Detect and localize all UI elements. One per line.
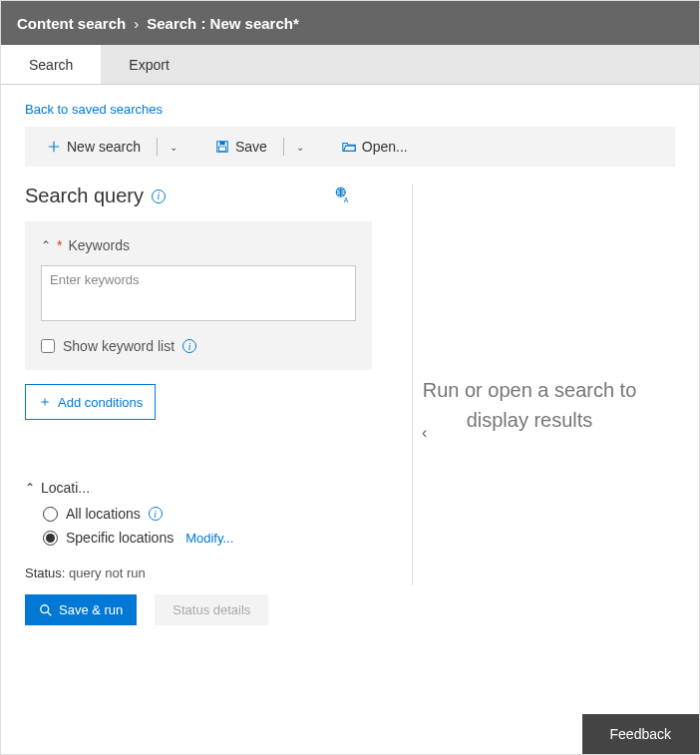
add-conditions-button[interactable]: ＋ Add conditions [25,384,156,420]
plus-icon [47,140,61,154]
tab-search[interactable]: Search [1,45,101,84]
breadcrumb-bar: Content search › Search : New search* [1,1,699,45]
save-and-run-button[interactable]: Save & run [25,594,137,625]
show-keyword-list-checkbox[interactable] [41,339,55,353]
add-conditions-label: Add conditions [58,395,143,410]
feedback-button[interactable]: Feedback [582,714,699,754]
save-button[interactable]: Save [209,135,273,159]
collapse-panel-button[interactable]: ‹ [422,424,427,442]
save-dropdown[interactable]: ⌄ [296,142,304,153]
status-details-button: Status details [155,594,268,625]
results-placeholder-text: Run or open a search to display results [414,375,645,435]
svg-rect-2 [218,147,225,151]
feedback-label: Feedback [610,726,671,742]
tab-export[interactable]: Export [101,45,196,84]
all-locations-label: All locations [66,506,141,522]
folder-open-icon [342,140,356,154]
modify-link[interactable]: Modify... [185,531,233,546]
toolbar: New search ⌄ Save ⌄ Open... [25,127,675,167]
svg-line-6 [48,611,52,615]
language-icon[interactable]: A [334,186,352,206]
save-icon [215,140,229,154]
back-link[interactable]: Back to saved searches [25,102,163,117]
collapse-keywords-icon[interactable]: ⌃ [41,238,51,252]
new-search-dropdown[interactable]: ⌄ [170,142,177,153]
status-row: Status: query not run [25,566,372,580]
locations-title: Locati... [41,480,90,496]
new-search-label: New search [67,139,141,155]
open-label: Open... [362,139,408,155]
required-marker: * [57,237,62,253]
status-value: query not run [69,566,146,580]
tab-export-label: Export [129,57,169,73]
search-icon [39,603,53,617]
new-search-button[interactable]: New search [41,135,147,159]
tab-strip: Search Export [1,45,699,85]
status-details-label: Status details [173,602,250,617]
search-query-title: Search query [25,185,144,207]
specific-locations-radio[interactable] [43,531,58,546]
specific-locations-label: Specific locations [66,530,174,546]
section-title: Search query i [25,185,166,207]
toolbar-divider [283,138,284,156]
show-keyword-list-label: Show keyword list [63,338,175,354]
toolbar-divider [157,138,158,156]
all-locations-radio[interactable] [43,507,58,522]
info-icon[interactable]: i [152,189,166,203]
save-run-label: Save & run [59,602,123,617]
svg-text:A: A [344,196,349,203]
info-icon[interactable]: i [182,339,196,353]
search-query-panel: Search query i A ⌃ * Keywords Show keywo… [25,185,384,625]
status-label: Status: [25,566,65,580]
tab-search-label: Search [29,57,73,73]
breadcrumb-separator: › [134,15,139,32]
open-button[interactable]: Open... [336,135,414,159]
plus-icon: ＋ [38,393,52,411]
keywords-label: Keywords [68,237,129,253]
results-placeholder: Run or open a search to display results [384,185,675,625]
collapse-locations-icon[interactable]: ⌃ [25,481,35,495]
info-icon[interactable]: i [149,507,163,521]
panel-divider [412,185,413,585]
keywords-card: ⌃ * Keywords Show keyword list i [25,221,372,370]
locations-section: ⌃ Locati... All locations i Specific loc… [25,480,372,546]
breadcrumb-root[interactable]: Content search [17,15,126,32]
breadcrumb-current: Search : New search* [147,15,299,32]
save-label: Save [235,139,267,155]
svg-rect-1 [219,142,224,146]
svg-point-5 [41,604,49,612]
keywords-input[interactable] [41,265,356,321]
